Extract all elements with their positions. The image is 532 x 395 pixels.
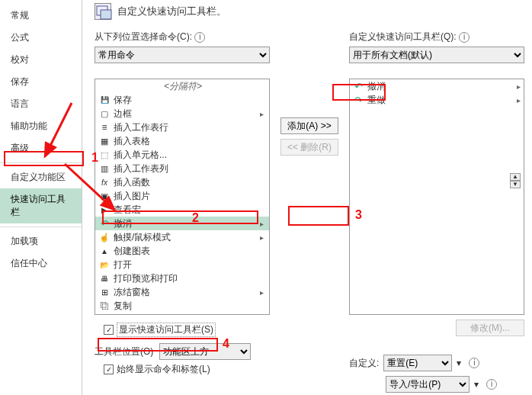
list-item-label: 冻结窗格: [114, 286, 257, 299]
sidebar-item[interactable]: 自定义功能区: [0, 166, 82, 188]
list-item[interactable]: 边框▸: [95, 107, 269, 120]
list-item-label: 撤消: [367, 80, 386, 93]
sidebar-item[interactable]: 加载项: [0, 230, 82, 252]
sidebar-item[interactable]: 公式: [0, 27, 82, 49]
sidebar-item[interactable]: 保存: [0, 71, 82, 93]
sidebar-item[interactable]: 辅助功能: [0, 115, 82, 137]
list-item[interactable]: 插入单元格...: [95, 148, 269, 162]
sidebar-item[interactable]: 高级: [0, 137, 82, 159]
save-icon: [98, 94, 111, 106]
list-item[interactable]: 保存: [95, 93, 269, 107]
toolbar-position-label: 工具栏位置(O): [95, 345, 153, 358]
add-button[interactable]: 添加(A) >>: [280, 117, 338, 134]
undo-icon: [354, 81, 363, 92]
sidebar-item[interactable]: 信任中心: [0, 252, 82, 275]
help-icon[interactable]: i: [459, 32, 470, 43]
list-item-label: 触摸/鼠标模式: [114, 231, 257, 244]
help-icon[interactable]: i: [194, 32, 205, 43]
list-item[interactable]: 冻结窗格▸: [95, 285, 269, 299]
chevron-right-icon: ▸: [517, 96, 521, 104]
qat-current-listbox[interactable]: 撤消▸重做▸ ▲▼: [349, 79, 524, 315]
list-item[interactable]: 插入工作表行: [95, 120, 269, 134]
qat-customize-icon: [95, 3, 111, 20]
copy-icon: [98, 300, 111, 312]
list-item[interactable]: 格式刷: [95, 313, 269, 314]
sidebar-item[interactable]: 语言: [0, 93, 82, 115]
list-item[interactable]: 插入图片: [95, 189, 269, 203]
fx-icon: [98, 176, 111, 188]
touch-icon: [98, 231, 111, 243]
cell-icon: [98, 149, 111, 161]
list-item-label: 打印预览和打印: [114, 272, 268, 285]
list-item[interactable]: 插入表格: [95, 134, 269, 148]
list-item[interactable]: 触摸/鼠标模式▸: [95, 230, 269, 244]
list-item[interactable]: 插入函数: [95, 175, 269, 189]
list-item-label: 打开: [114, 259, 268, 271]
print-icon: [98, 272, 111, 284]
list-item-label: 插入工作表行: [114, 121, 268, 134]
sidebar: 常规公式校对保存语言辅助功能高级自定义功能区快速访问工具栏加载项信任中心: [0, 0, 82, 395]
show-qat-checkbox[interactable]: ✓: [104, 325, 114, 335]
list-item[interactable]: 查看宏: [95, 203, 269, 217]
show-qat-label: 显示快速访问工具栏(S): [117, 323, 216, 337]
list-item[interactable]: 插入工作表列: [95, 162, 269, 175]
commands-listbox[interactable]: <分隔符>保存边框▸插入工作表行插入表格插入单元格...插入工作表列插入函数插入…: [95, 79, 270, 315]
list-item-label: 边框: [114, 108, 257, 120]
list-item-label: 插入图片: [114, 190, 268, 203]
table-icon: [98, 135, 111, 147]
remove-button: << 删除(R): [280, 139, 338, 156]
always-show-labels-checkbox[interactable]: ✓: [104, 364, 114, 374]
list-item-label: 复制: [114, 300, 268, 313]
svg-rect-1: [101, 10, 111, 19]
undo-icon: [98, 217, 111, 230]
choose-commands-label: 从下列位置选择命令(C):: [95, 31, 192, 42]
move-down-button[interactable]: ▼: [510, 181, 521, 188]
list-item-label: 保存: [114, 94, 268, 107]
list-item-label: 插入函数: [114, 176, 268, 189]
page-title: 自定义快速访问工具栏。: [117, 5, 226, 18]
list-item[interactable]: 打开: [95, 258, 269, 271]
list-item[interactable]: 创建图表: [95, 244, 269, 258]
main-panel: 自定义快速访问工具栏。 从下列位置选择命令(C): i 常用命令 <分隔符>保存…: [82, 0, 532, 395]
open-icon: [98, 259, 111, 271]
list-item-label: 撤消: [114, 217, 257, 230]
toolbar-position-combo[interactable]: 功能区上方: [159, 343, 251, 360]
row-icon: [98, 121, 111, 133]
list-item[interactable]: 撤消▸: [95, 217, 269, 230]
chevron-right-icon: ▸: [260, 233, 268, 242]
list-separator-header: <分隔符>: [95, 79, 269, 93]
col-icon: [98, 162, 111, 175]
redo-icon: [354, 95, 363, 106]
list-item[interactable]: 重做▸: [350, 93, 524, 107]
list-item[interactable]: 撤消▸: [350, 79, 524, 93]
list-item[interactable]: 复制: [95, 299, 269, 313]
help-icon[interactable]: i: [469, 358, 479, 368]
list-item[interactable]: 打印预览和打印: [95, 271, 269, 285]
modify-button: 修改(M)...: [456, 320, 524, 336]
list-item-label: 创建图表: [114, 245, 268, 258]
sidebar-item[interactable]: 常规: [0, 5, 82, 27]
move-up-button[interactable]: ▲: [510, 173, 521, 181]
reset-combo[interactable]: 重置(E): [383, 355, 452, 371]
sidebar-separator: [0, 226, 82, 227]
macro-icon: [98, 204, 111, 216]
qat-scope-combo[interactable]: 用于所有文档(默认): [349, 47, 524, 63]
list-item-label: 插入单元格...: [114, 149, 268, 162]
chart-icon: [98, 245, 111, 257]
customizations-label: 自定义:: [349, 357, 379, 370]
list-item-label: 插入表格: [114, 135, 268, 148]
help-icon[interactable]: i: [486, 379, 497, 390]
list-item-label: 插入工作表列: [114, 162, 268, 175]
sidebar-item[interactable]: 校对: [0, 49, 82, 71]
border-icon: [98, 108, 111, 120]
list-item-label: 查看宏: [114, 204, 268, 217]
import-export-combo[interactable]: 导入/导出(P): [386, 376, 470, 393]
sidebar-item[interactable]: 快速访问工具栏: [0, 188, 82, 223]
freeze-icon: [98, 286, 111, 298]
list-item-label: 重做: [367, 94, 386, 107]
chevron-right-icon: ▸: [260, 288, 268, 297]
pic-icon: [98, 190, 111, 202]
paint-icon: [98, 313, 111, 314]
commands-source-combo[interactable]: 常用命令: [95, 47, 270, 63]
list-item-label: 格式刷: [114, 313, 268, 315]
